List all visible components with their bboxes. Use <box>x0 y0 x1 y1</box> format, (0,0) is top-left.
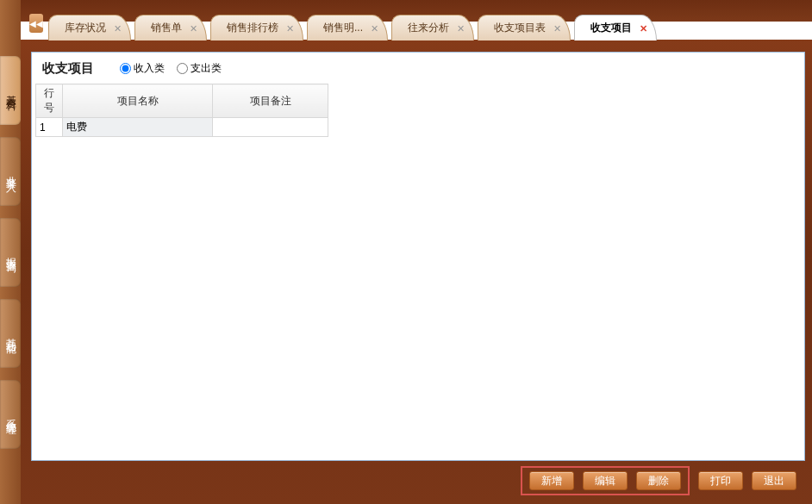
tab-income-expense[interactable]: 收支项目 ✕ <box>574 15 657 40</box>
close-icon[interactable]: ✕ <box>369 22 380 34</box>
tab-label: 销售单 <box>151 21 182 35</box>
col-name: 项目名称 <box>62 84 213 118</box>
close-icon[interactable]: ✕ <box>552 22 563 34</box>
main-panel: 收支项目 收入类 支出类 行号 项目名称 项目备注 1 电费 <box>31 52 805 461</box>
cell-name[interactable]: 电费 <box>62 118 213 137</box>
radio-expense-input[interactable] <box>177 63 188 74</box>
radio-income-label: 收入类 <box>134 61 165 76</box>
side-nav-system[interactable]: 系统管理 <box>0 380 21 449</box>
side-nav-other[interactable]: 其它功能 <box>0 299 21 368</box>
close-icon[interactable]: ✕ <box>284 22 296 34</box>
delete-button[interactable]: 删除 <box>636 471 681 490</box>
tab-accounts[interactable]: 往来分析 ✕ <box>391 15 474 40</box>
tab-sales-detail[interactable]: 销售明... ✕ <box>307 15 388 40</box>
panel-header: 收支项目 收入类 支出类 <box>32 53 804 84</box>
project-table: 行号 项目名称 项目备注 1 电费 <box>35 84 328 137</box>
radio-expense-label: 支出类 <box>191 61 222 76</box>
tab-sales-rank[interactable]: 销售排行榜 ✕ <box>210 15 303 40</box>
close-icon[interactable]: ✕ <box>455 22 466 34</box>
footer-toolbar: 新增 编辑 删除 打印 退出 <box>31 466 805 495</box>
side-nav-report[interactable]: 报表查询 <box>0 218 21 287</box>
close-icon[interactable]: ✕ <box>188 22 199 34</box>
action-group-highlight: 新增 编辑 删除 <box>521 466 690 495</box>
tabs-scroll-left-icon[interactable]: ◀◀ <box>29 14 43 33</box>
add-button[interactable]: 新增 <box>529 471 574 490</box>
side-nav: 基本资料 业务录入 报表查询 其它功能 系统管理 <box>0 0 21 504</box>
table-header-row: 行号 项目名称 项目备注 <box>36 84 328 118</box>
edit-button[interactable]: 编辑 <box>583 471 628 490</box>
cell-row-no: 1 <box>36 118 63 137</box>
tab-label: 库存状况 <box>65 21 106 35</box>
type-radio-group: 收入类 支出类 <box>120 61 222 76</box>
close-icon[interactable]: ✕ <box>638 22 649 34</box>
side-nav-basic[interactable]: 基本资料 <box>0 56 21 125</box>
tab-strip: ◀◀ 库存状况 ✕ 销售单 ✕ 销售排行榜 ✕ 销售明... ✕ 往来分析 ✕ … <box>21 0 812 40</box>
radio-expense[interactable]: 支出类 <box>177 61 222 76</box>
tab-label: 收支项目表 <box>494 21 546 35</box>
col-row-no: 行号 <box>36 84 63 118</box>
tab-label: 销售明... <box>323 21 363 35</box>
tab-label: 销售排行榜 <box>227 21 278 35</box>
tab-inventory[interactable]: 库存状况 ✕ <box>48 15 131 40</box>
panel-title: 收支项目 <box>42 60 94 77</box>
tab-label: 往来分析 <box>408 21 449 35</box>
radio-income[interactable]: 收入类 <box>120 61 165 76</box>
cell-note[interactable] <box>213 118 328 137</box>
table-row[interactable]: 1 电费 <box>36 118 328 137</box>
close-icon[interactable]: ✕ <box>112 22 123 34</box>
tab-label: 收支项目 <box>590 21 632 35</box>
tab-income-expense-table[interactable]: 收支项目表 ✕ <box>478 15 571 40</box>
tab-sales-order[interactable]: 销售单 ✕ <box>134 15 207 40</box>
col-note: 项目备注 <box>213 84 328 118</box>
exit-button[interactable]: 退出 <box>752 471 796 490</box>
radio-income-input[interactable] <box>120 63 131 74</box>
side-nav-entry[interactable]: 业务录入 <box>0 137 21 206</box>
print-button[interactable]: 打印 <box>698 471 743 490</box>
